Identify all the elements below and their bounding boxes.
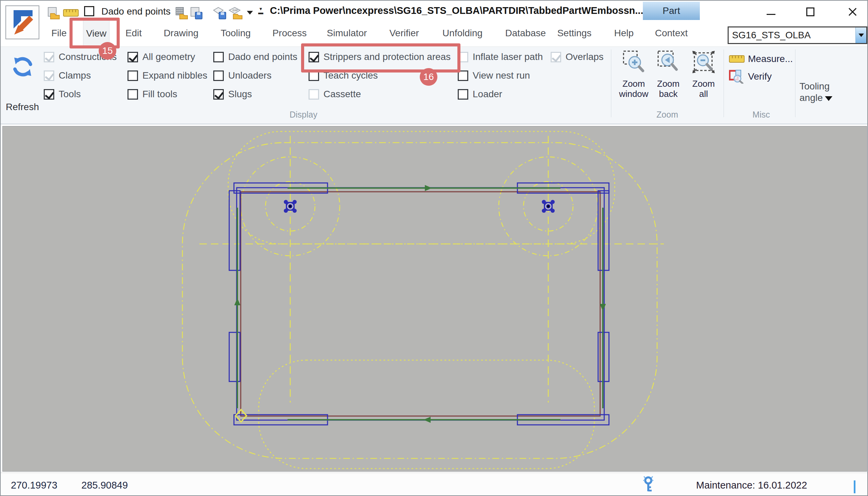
machine-selector-dropdown-icon[interactable] (855, 28, 866, 43)
checkbox-cassette[interactable]: Cassette (309, 87, 361, 102)
tab-edit[interactable]: Edit (123, 20, 145, 46)
refresh-label: Refresh (2, 102, 43, 112)
zoom-window-button[interactable]: Zoomwindow (615, 50, 652, 120)
dado-end-points-quick-checkbox[interactable] (84, 6, 94, 16)
maximize-button[interactable] (804, 6, 817, 18)
misc-group-label: Misc (752, 110, 770, 120)
verify-button[interactable]: Verify (729, 69, 772, 84)
annotation-box-strippers (301, 43, 461, 73)
tab-database[interactable]: Database (503, 20, 549, 46)
machine-selector-combobox[interactable]: SG16_STS_OLBA (728, 27, 867, 44)
context-part-tab[interactable]: Part (643, 2, 700, 20)
nc-express-window: Dado end points D (0, 0, 868, 496)
open-part-icon[interactable] (47, 7, 61, 19)
minimize-button[interactable] (764, 6, 778, 18)
license-key-icon (643, 476, 654, 493)
checkbox-slugs[interactable]: Slugs (213, 87, 252, 102)
ribbon-separator (611, 49, 611, 117)
tab-file[interactable]: File (48, 20, 69, 46)
embossing-tool-marker (284, 200, 555, 213)
tab-drawing[interactable]: Drawing (161, 20, 201, 46)
status-bar: 270.19973 285.90849 Maintenance: 16.01.2… (1, 472, 868, 496)
tab-context[interactable]: Context (652, 20, 691, 46)
zoom-all-icon (692, 50, 715, 74)
nc-express-logo-icon (6, 6, 39, 38)
refresh-button[interactable]: Refresh (2, 48, 43, 121)
ribbon-separator (723, 49, 724, 117)
part-contour (241, 192, 600, 416)
checkbox-loader[interactable]: Loader (458, 87, 502, 102)
zoom-back-icon (657, 50, 679, 74)
checkbox-all-geometry[interactable]: All geometry (128, 49, 195, 64)
tab-unfolding[interactable]: Unfolding (440, 20, 485, 46)
tooling-angle-dropdown-icon (825, 96, 833, 101)
annotation-badge-15: 15 (99, 42, 116, 60)
dado-end-points-quick-label: Dado end points (101, 6, 170, 17)
measure-icon (729, 55, 745, 63)
menu-bar: File View Edit Drawing Tooling Process S… (1, 20, 868, 46)
zoom-group-label: Zoom (656, 110, 678, 120)
tooling-angle-button[interactable]: Tooling angle (799, 81, 864, 104)
tab-settings[interactable]: Settings (554, 20, 594, 46)
app-logo[interactable] (5, 5, 39, 39)
part-outline (229, 183, 609, 425)
checkbox-view-nest-run[interactable]: View nest run (458, 68, 530, 83)
export-dxf-icon[interactable]: DXF (228, 7, 242, 19)
svg-text:DXF: DXF (233, 9, 238, 12)
cursor-y-coordinate: 285.90849 (81, 480, 128, 491)
tab-process[interactable]: Process (270, 20, 309, 46)
annotation-badge-16: 16 (420, 68, 437, 86)
status-caret (854, 480, 855, 493)
measure-button[interactable]: Measure... (729, 51, 793, 66)
qat-more-dropdown-icon[interactable] (247, 11, 253, 15)
save-geometry-icon[interactable] (213, 7, 226, 19)
tab-verifier[interactable]: Verifier (387, 20, 421, 46)
title-bar: Dado end points D (1, 1, 868, 20)
ribbon-separator (795, 49, 795, 117)
qat-position-icon[interactable]: ▾▬ (257, 7, 265, 16)
tab-help[interactable]: Help (611, 20, 637, 46)
maintenance-date: Maintenance: 16.01.2022 (696, 480, 807, 491)
verify-icon (729, 69, 745, 84)
close-icon (848, 7, 857, 16)
zoom-back-button[interactable]: Zoomback (650, 50, 687, 120)
nibble-grid-icon[interactable] (175, 7, 189, 19)
checkbox-clamps[interactable]: Clamps (44, 68, 91, 83)
checkbox-dado-end-points[interactable]: Dado end points (213, 49, 297, 64)
save-part-icon[interactable] (190, 7, 204, 19)
zoom-all-button[interactable]: Zoomall (685, 50, 722, 120)
tab-simulator[interactable]: Simulator (324, 20, 370, 46)
window-title-path: C:\Prima Power\ncexpress\SG16_STS_OLBA\P… (270, 5, 643, 16)
zoom-window-icon (623, 50, 645, 74)
tab-tooling[interactable]: Tooling (218, 20, 254, 46)
maximize-icon (806, 7, 814, 16)
cursor-x-coordinate: 270.19973 (11, 480, 57, 491)
close-button[interactable] (845, 6, 859, 18)
checkbox-unloaders[interactable]: Unloaders (213, 68, 272, 83)
checkbox-inflate-laser-path[interactable]: Inflate laser path (458, 49, 543, 64)
minimize-icon (767, 14, 775, 15)
checkbox-overlaps[interactable]: Overlaps (551, 49, 603, 64)
display-group-label: Display (289, 110, 317, 120)
part-drawing (3, 126, 867, 471)
part-drawing-canvas[interactable] (2, 126, 867, 471)
checkbox-fill-tools[interactable]: Fill tools (128, 87, 177, 102)
machine-selector-value: SG16_STS_OLBA (729, 30, 855, 41)
checkbox-expand-nibbles[interactable]: Expand nibbles (128, 68, 207, 83)
checkbox-tools[interactable]: Tools (44, 87, 81, 102)
refresh-icon (12, 56, 34, 78)
